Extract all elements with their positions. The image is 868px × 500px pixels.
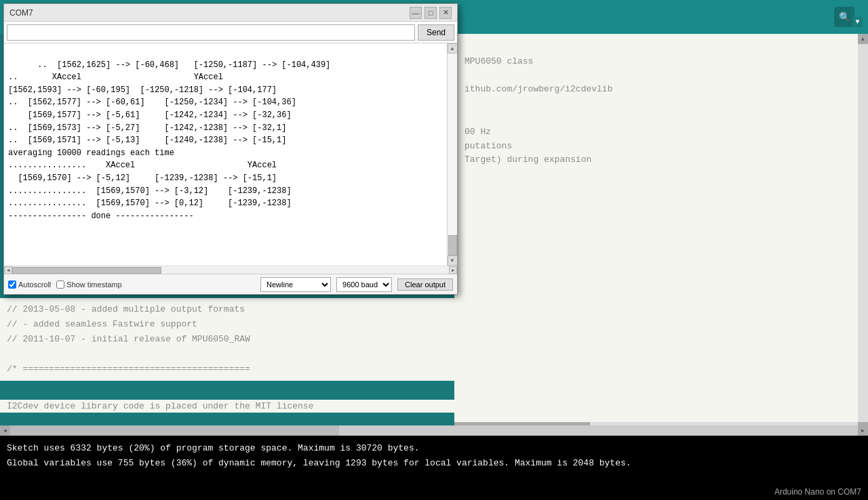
send-button[interactable]: Send xyxy=(418,24,454,41)
i2cdev-line: I2Cdev device library code is placed und… xyxy=(0,400,454,413)
close-button[interactable]: ✕ xyxy=(439,7,452,19)
serial-output-content: .. [1562,1625] --> [-60,468] [-1250,-118… xyxy=(4,43,457,238)
minimize-button[interactable]: — xyxy=(410,7,422,19)
comment-line-2: // - added seamless Fastwire support xyxy=(7,317,448,332)
autoscroll-checkbox[interactable] xyxy=(8,280,16,289)
hscroll-left-button[interactable]: ◀ xyxy=(4,266,12,274)
serial-output-area: .. [1562,1625] --> [-60,468] [-1250,-118… xyxy=(4,43,457,266)
code-comments-section: // 2013-05-08 - added multiple output fo… xyxy=(0,298,454,381)
ide-hscroll-left[interactable]: ◀ xyxy=(0,425,10,436)
code-vscrollbar: ▲ ▼ xyxy=(858,34,868,432)
code-line-computations: putations xyxy=(465,140,858,154)
code-editor-area: MPU6050 class ithub.com/jrowberg/i2cdevl… xyxy=(454,34,868,432)
output-line-7: .. [1569,1571] --> [-5,13] [-1240,-1238]… xyxy=(8,136,286,145)
output-line-1: .. [1562,1625] --> [-60,468] [-1250,-118… xyxy=(37,60,330,70)
ide-hscroll-thumb[interactable] xyxy=(0,425,339,436)
vscroll-track xyxy=(448,54,458,255)
show-timestamp-label[interactable]: Show timestamp xyxy=(56,280,121,289)
output-line-4: .. [1562,1577] --> [-60,61] [-1250,-1234… xyxy=(8,98,296,107)
code-line xyxy=(465,69,858,83)
serial-vscrollbar: ▲ ▼ xyxy=(447,43,457,266)
code-line-mpu: MPU6050 class xyxy=(465,55,858,69)
ide-hscrollbar[interactable]: ▶ ◀ xyxy=(0,425,868,436)
output-line-5: [1569,1577] --> [-5,61] [-1242,-1234] --… xyxy=(8,110,292,120)
code-line xyxy=(465,111,858,125)
output-line-13: ---------------- done ---------------- xyxy=(8,211,194,221)
comment-line-5: /* =====================================… xyxy=(7,362,448,377)
code-line xyxy=(465,97,858,111)
vscroll-thumb[interactable] xyxy=(448,235,457,255)
code-line-hz: 00 Hz xyxy=(465,125,858,140)
output-line-11: ................ [1569,1570] --> [-3,12]… xyxy=(8,186,292,196)
serial-hscrollbar[interactable]: ◀ ▶ xyxy=(4,266,457,274)
ide-hscroll-right[interactable]: ▶ xyxy=(858,425,868,436)
code-line xyxy=(465,41,858,55)
search-icon[interactable]: 🔍 xyxy=(834,7,854,27)
maximize-button[interactable]: □ xyxy=(425,7,437,19)
newline-select[interactable]: Newline No line ending Carriage return B… xyxy=(260,277,331,292)
autoscroll-label[interactable]: Autoscroll xyxy=(8,280,51,289)
hscroll-thumb[interactable] xyxy=(12,267,161,274)
status-bar: Sketch uses 6332 bytes (20%) of program … xyxy=(0,436,868,500)
scroll-down-icon[interactable]: ▼ xyxy=(852,17,863,27)
comment-line-4 xyxy=(7,347,448,362)
serial-input-bar: Send xyxy=(4,22,457,43)
output-line-9: ................ XAccel YAccel xyxy=(8,161,277,170)
output-line-6: .. [1569,1573] --> [-5,27] [-1242,-1238]… xyxy=(8,123,286,133)
baud-rate-select[interactable]: 300 1200 2400 4800 9600 baud 19200 38400… xyxy=(336,277,392,292)
comment-line-1: // 2013-05-08 - added multiple output fo… xyxy=(7,302,448,317)
serial-input-field[interactable] xyxy=(7,24,415,41)
code-line-github: ithub.com/jrowberg/i2cdevlib xyxy=(465,83,858,97)
serial-monitor-title: COM7 xyxy=(9,8,33,18)
output-line-8: averaging 10000 readings each time xyxy=(8,148,174,158)
output-line-2: .. XAccel YAccel xyxy=(8,72,223,82)
vscroll-up-button[interactable]: ▲ xyxy=(448,43,458,54)
serial-titlebar: COM7 — □ ✕ xyxy=(4,4,457,22)
output-line-12: ................ [1569,1570] --> [0,12] … xyxy=(8,199,292,208)
comment-line-3: // 2011-10-07 - initial release of MPU60… xyxy=(7,332,448,347)
status-line-1: Sketch uses 6332 bytes (20%) of program … xyxy=(7,441,861,456)
show-timestamp-checkbox[interactable] xyxy=(56,280,64,289)
hscroll-right-button[interactable]: ▶ xyxy=(449,266,457,274)
output-line-3: [1562,1593] --> [-60,195] [-1250,-1218] … xyxy=(8,85,277,95)
titlebar-controls: — □ ✕ xyxy=(410,7,452,19)
vscroll-down-button[interactable]: ▼ xyxy=(448,255,458,266)
code-line-target: Target) during expansion xyxy=(465,153,858,167)
vscroll-up-btn[interactable]: ▲ xyxy=(858,34,868,44)
output-line-10: [1569,1570] --> [-5,12] [-1239,-1238] --… xyxy=(8,173,277,183)
status-line-2: Global variables use 755 bytes (36%) of … xyxy=(7,456,861,471)
serial-bottom-bar: Autoscroll Show timestamp Newline No lin… xyxy=(4,274,457,294)
arduino-port-label: Arduino Nano on COM7 xyxy=(774,487,861,497)
serial-monitor-window: COM7 — □ ✕ Send .. [1562,1625] --> [-60,… xyxy=(3,3,458,295)
clear-output-button[interactable]: Clear output xyxy=(397,278,453,291)
